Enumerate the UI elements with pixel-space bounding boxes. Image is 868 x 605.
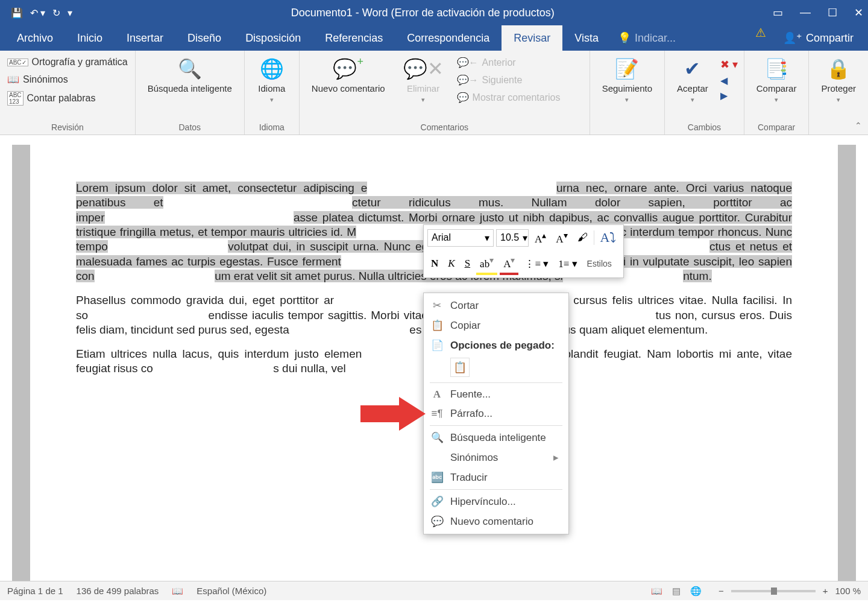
tab-inicio[interactable]: Inicio <box>65 25 115 51</box>
tell-me-input[interactable]: 💡 Indicar... <box>611 25 683 51</box>
delete-comment-button: 💬✕ Eliminar <box>397 54 450 106</box>
grow-font-icon[interactable]: A▴ <box>531 228 550 248</box>
numbering-button[interactable]: 1≡ ▾ <box>555 255 580 273</box>
font-color-button[interactable]: A▾ <box>500 253 518 275</box>
qat-more-icon[interactable]: ▾ <box>68 7 72 19</box>
group-comentarios: 💬+ Nuevo comentario 💬✕ Eliminar 💬←Anteri… <box>300 51 590 135</box>
styles-icon[interactable]: A⤵ <box>597 227 620 248</box>
bulb-icon: 💡 <box>618 31 631 45</box>
warning-icon[interactable]: ⚠ <box>755 25 766 51</box>
translate-icon: 🔤 <box>431 471 443 484</box>
comments-icon: 💬 <box>457 92 469 103</box>
zoom-slider[interactable] <box>731 590 816 592</box>
check-icon: ✔ <box>684 57 700 81</box>
status-word-count[interactable]: 136 de 499 palabras <box>77 586 159 596</box>
close-icon[interactable]: ✕ <box>854 6 863 19</box>
next-icon: 💬→ <box>457 74 479 86</box>
status-bar: Página 1 de 1 136 de 499 palabras 📖 Espa… <box>0 581 868 600</box>
ctx-translate[interactable]: 🔤Traducir <box>424 467 568 487</box>
status-page[interactable]: Página 1 de 1 <box>7 586 63 596</box>
paste-icon: 📄 <box>431 339 443 352</box>
ctx-paragraph[interactable]: ≡¶Párrafo... <box>424 404 568 423</box>
ribbon-tabs: Archivo Inicio Insertar Diseño Disposici… <box>0 25 868 51</box>
comment-x-icon: 💬✕ <box>403 57 444 81</box>
zoom-in-button[interactable]: + <box>823 586 828 596</box>
italic-button[interactable]: K <box>444 255 458 272</box>
ctx-cut[interactable]: ✂Cortar <box>424 296 568 315</box>
shrink-font-icon[interactable]: A▾ <box>552 228 571 248</box>
ctx-smart-lookup[interactable]: 🔍Búsqueda inteligente <box>424 428 568 448</box>
book-icon: 📖 <box>7 74 19 85</box>
reject-icon[interactable]: ✖ ▾ <box>720 58 738 71</box>
next-comment-button: 💬→Siguiente <box>456 72 562 88</box>
maximize-icon[interactable]: ☐ <box>828 6 837 19</box>
minimize-icon[interactable]: — <box>800 6 811 19</box>
tab-disposicion[interactable]: Disposición <box>233 25 313 51</box>
group-datos: 🔍 Búsqueda inteligente Datos <box>136 51 245 135</box>
view-print-icon[interactable]: ▤ <box>668 586 684 596</box>
ctx-copy[interactable]: 📋Copiar <box>424 315 568 335</box>
comment-plus-icon: 💬+ <box>333 57 363 81</box>
save-icon[interactable]: 💾 <box>11 7 23 19</box>
format-painter-icon[interactable]: 🖌 <box>574 229 591 246</box>
spelling-button[interactable]: ABC✓Ortografía y gramática <box>6 54 129 70</box>
paste-keep-source-icon[interactable]: 📋 <box>450 358 470 377</box>
tab-archivo[interactable]: Archivo <box>5 25 65 51</box>
group-idioma: 🌐 Idioma Idioma <box>245 51 300 135</box>
paragraph-icon: ≡¶ <box>431 408 443 420</box>
zoom-level[interactable]: 100 % <box>835 586 861 596</box>
font-icon: A <box>431 388 443 401</box>
tracking-button[interactable]: 📝 Seguimiento <box>596 54 658 106</box>
highlight-button[interactable]: ab▾ <box>476 253 497 275</box>
share-button[interactable]: 👤⁺ Compartir <box>773 25 863 51</box>
prev-change-icon[interactable]: ◀ <box>720 75 738 86</box>
window-controls: ▭ — ☐ ✕ <box>773 6 863 19</box>
ctx-hyperlink[interactable]: 🔗Hipervínculo... <box>424 492 568 512</box>
tab-referencias[interactable]: Referencias <box>313 25 395 51</box>
tab-correspondencia[interactable]: Correspondencia <box>395 25 502 51</box>
ctx-synonyms[interactable]: Sinónimos <box>424 448 568 467</box>
ctx-new-comment[interactable]: 💬Nuevo comentario <box>424 512 568 531</box>
new-comment-button[interactable]: 💬+ Nuevo comentario <box>306 54 391 96</box>
comment-icon: 💬 <box>431 515 443 528</box>
styles-label[interactable]: Estilos <box>583 259 615 268</box>
bullets-button[interactable]: ⋮≡ ▾ <box>521 255 552 273</box>
view-read-icon[interactable]: 📖 <box>647 586 666 596</box>
underline-button[interactable]: S <box>461 255 474 272</box>
bold-button[interactable]: N <box>427 255 442 272</box>
tab-insertar[interactable]: Insertar <box>115 25 175 51</box>
next-change-icon[interactable]: ▶ <box>720 90 738 101</box>
paste-options: 📋 <box>424 355 568 381</box>
language-button[interactable]: 🌐 Idioma <box>251 54 293 106</box>
tab-diseno[interactable]: Diseño <box>175 25 233 51</box>
collapse-ribbon-icon[interactable]: ⌃ <box>855 121 862 130</box>
magnify-icon: 🔍 <box>431 431 443 444</box>
zoom-out-button[interactable]: − <box>719 586 724 596</box>
status-proofing-icon[interactable]: 📖 <box>172 586 183 597</box>
status-language[interactable]: Español (México) <box>197 586 266 596</box>
redo-icon[interactable]: ↻ <box>52 7 60 19</box>
font-size-select[interactable]: 10.5▾ <box>496 229 529 247</box>
view-web-icon[interactable]: 🌐 <box>687 586 705 596</box>
context-menu: ✂Cortar 📋Copiar 📄Opciones de pegado: 📋 A… <box>423 293 569 534</box>
quick-access-toolbar: 💾 ↶ ▾ ↻ ▾ <box>11 7 72 19</box>
ctx-font[interactable]: AFuente... <box>424 385 568 404</box>
group-seguimiento: 📝 Seguimiento <box>590 51 665 135</box>
compare-icon: 📑 <box>764 57 788 81</box>
tab-vista[interactable]: Vista <box>562 25 611 51</box>
undo-icon[interactable]: ↶ ▾ <box>30 7 45 19</box>
zoom-control: − + 100 % <box>719 586 861 596</box>
prev-comment-button: 💬←Anterior <box>456 54 562 71</box>
mini-toolbar: Arial▾ 10.5▾ A▴ A▾ 🖌 A⤵ N K S ab▾ A▾ ⋮≡ … <box>423 224 624 278</box>
accept-button[interactable]: ✔ Aceptar <box>671 54 714 106</box>
tab-revisar[interactable]: Revisar <box>502 25 562 51</box>
ribbon-display-icon[interactable]: ▭ <box>773 6 783 19</box>
smart-lookup-button[interactable]: 🔍 Búsqueda inteligente <box>142 54 238 96</box>
compare-button[interactable]: 📑 Comparar <box>750 54 803 106</box>
group-cambios: ✔ Aceptar ✖ ▾ ◀ ▶ Cambios <box>665 51 744 135</box>
protect-button[interactable]: 🔒 Proteger <box>815 54 862 106</box>
thesaurus-button[interactable]: 📖Sinónimos <box>6 71 129 87</box>
person-icon: 👤⁺ <box>783 31 802 45</box>
font-family-select[interactable]: Arial▾ <box>427 229 494 247</box>
word-count-button[interactable]: ABC123Contar palabras <box>6 89 129 108</box>
